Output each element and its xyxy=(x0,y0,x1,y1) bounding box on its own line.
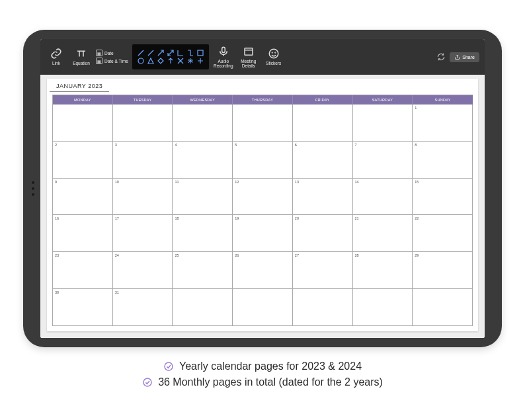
calendar-cell[interactable]: 17 xyxy=(113,215,173,252)
share-button[interactable]: Share xyxy=(450,52,479,62)
calendar-cell[interactable]: 21 xyxy=(353,215,413,252)
calendar-cell[interactable]: 28 xyxy=(353,252,413,289)
tablet-camera xyxy=(31,181,34,196)
calendar-cell[interactable]: 4 xyxy=(173,142,233,179)
calendar-cell[interactable]: 1 xyxy=(413,105,473,142)
svg-marker-6 xyxy=(148,58,153,63)
day-header: TUESDAY xyxy=(113,95,173,105)
diamond-shape-icon xyxy=(157,58,164,64)
sync-icon[interactable] xyxy=(436,52,446,62)
x-shape-icon xyxy=(177,58,184,64)
calendar-header-row: MONDAYTUESDAYWEDNESDAYTHURSDAYFRIDAYSATU… xyxy=(53,95,473,105)
svg-marker-7 xyxy=(158,58,163,63)
calendar-cell[interactable]: 11 xyxy=(173,179,233,216)
insert-date-button[interactable]: ▦ Date xyxy=(96,50,128,56)
calendar-cell[interactable] xyxy=(413,289,473,326)
month-title: JANUARY 2023 xyxy=(50,79,109,92)
calendar-cell[interactable]: 30 xyxy=(53,289,113,326)
calendar-cell[interactable] xyxy=(353,289,413,326)
calendar-cell[interactable] xyxy=(293,105,353,142)
arrow-up-icon xyxy=(167,58,174,64)
triangle-shape-icon xyxy=(147,58,154,64)
calendar-cell[interactable]: 15 xyxy=(413,179,473,216)
calendar-cell[interactable]: 13 xyxy=(293,179,353,216)
shapes-picker[interactable] xyxy=(132,44,209,69)
arrow-shape-icon xyxy=(157,50,164,56)
svg-line-3 xyxy=(168,50,173,56)
calendar-body: 1234567891011121314151617181920212223242… xyxy=(53,105,473,326)
calendar-cell[interactable]: 19 xyxy=(233,215,293,252)
bullet-text: 36 Monthly pages in total (dated for the… xyxy=(158,376,383,388)
equation-label: Equation xyxy=(73,61,90,65)
calendar-cell[interactable] xyxy=(233,105,293,142)
calendar-cell[interactable] xyxy=(173,289,233,326)
calendar-cell[interactable] xyxy=(353,105,413,142)
svg-rect-17 xyxy=(222,47,225,52)
day-header: MONDAY xyxy=(53,95,113,105)
calendar-cell[interactable]: 10 xyxy=(113,179,173,216)
calendar-cell[interactable]: 20 xyxy=(293,215,353,252)
calendar-cell[interactable]: 29 xyxy=(413,252,473,289)
calendar-cell[interactable]: 26 xyxy=(233,252,293,289)
calendar-cell[interactable]: 12 xyxy=(233,179,293,216)
day-header: SUNDAY xyxy=(413,95,473,105)
calendar-cell[interactable] xyxy=(113,105,173,142)
bullet-item: Yearly calendar pages for 2023 & 2024 xyxy=(163,360,362,372)
calendar-cell[interactable]: 25 xyxy=(173,252,233,289)
page-canvas[interactable]: JANUARY 2023 MONDAYTUESDAYWEDNESDAYTHURS… xyxy=(40,75,485,338)
insert-datetime-button[interactable]: ▦ Date & Time xyxy=(96,58,128,64)
calendar-cell[interactable]: 5 xyxy=(233,142,293,179)
svg-line-2 xyxy=(158,50,163,56)
elbow-shape-icon xyxy=(177,50,184,56)
calendar-cell[interactable]: 24 xyxy=(113,252,173,289)
calendar-cell[interactable] xyxy=(173,105,233,142)
audio-recording-button[interactable]: Audio Recording xyxy=(213,42,234,71)
calendar-cell[interactable] xyxy=(293,289,353,326)
calendar-cell[interactable]: 23 xyxy=(53,252,113,289)
calendar-page: JANUARY 2023 MONDAYTUESDAYWEDNESDAYTHURS… xyxy=(47,79,478,331)
calendar-cell[interactable]: 3 xyxy=(113,142,173,179)
calendar-cell[interactable] xyxy=(53,105,113,142)
check-circle-icon xyxy=(142,377,153,388)
shapes-row-1 xyxy=(138,50,204,56)
calendar-cell[interactable]: 22 xyxy=(413,215,473,252)
equation-button[interactable]: Equation xyxy=(71,42,92,71)
star-shape-icon xyxy=(187,58,194,64)
plus-shape-icon xyxy=(197,58,204,64)
calendar-cell[interactable]: 27 xyxy=(293,252,353,289)
calendar-cell[interactable]: 8 xyxy=(413,142,473,179)
calendar-cell[interactable]: 31 xyxy=(113,289,173,326)
meeting-icon xyxy=(243,46,255,58)
link-icon xyxy=(50,48,62,60)
link-button[interactable]: Link xyxy=(46,42,67,71)
day-header: THURSDAY xyxy=(233,95,293,105)
bullet-text: Yearly calendar pages for 2023 & 2024 xyxy=(179,360,362,372)
calendar-cell[interactable] xyxy=(233,289,293,326)
share-label: Share xyxy=(462,55,475,60)
calendar-cell[interactable]: 2 xyxy=(53,142,113,179)
microphone-icon xyxy=(218,46,229,58)
calendar-cell[interactable]: 14 xyxy=(353,179,413,216)
stickers-label: Stickers xyxy=(266,61,281,65)
feature-bullets: Yearly calendar pages for 2023 & 2024 36… xyxy=(0,360,525,388)
line-shape-icon xyxy=(138,50,144,56)
smiley-icon xyxy=(268,48,280,60)
svg-point-24 xyxy=(143,378,151,386)
calendar-cell[interactable]: 6 xyxy=(293,142,353,179)
svg-rect-18 xyxy=(245,48,253,56)
calendar-cell[interactable]: 18 xyxy=(173,215,233,252)
calendar-cell[interactable]: 7 xyxy=(353,142,413,179)
svg-point-20 xyxy=(269,50,278,59)
tablet-frame: Link Equation ▦ Date ▦ Date & Time xyxy=(23,30,502,347)
calendar-cell[interactable]: 9 xyxy=(53,179,113,216)
shapes-row-2 xyxy=(138,58,204,64)
date-label: Date xyxy=(104,51,114,56)
meeting-details-button[interactable]: Meeting Details xyxy=(238,42,259,71)
day-header: WEDNESDAY xyxy=(173,95,233,105)
svg-point-23 xyxy=(165,362,173,370)
circle-shape-icon xyxy=(138,58,144,64)
stickers-button[interactable]: Stickers xyxy=(263,42,284,71)
calendar-cell[interactable]: 16 xyxy=(53,215,113,252)
calendar-icon: ▦ xyxy=(96,50,102,56)
app-toolbar: Link Equation ▦ Date ▦ Date & Time xyxy=(40,39,485,75)
